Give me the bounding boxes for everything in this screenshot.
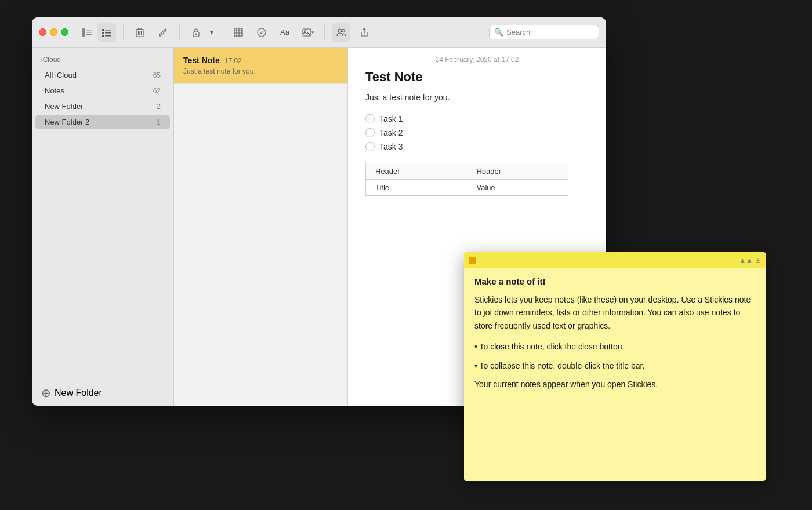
new-folder-label: New Folder bbox=[55, 388, 102, 398]
sidebar-item-count: 1 bbox=[157, 118, 161, 126]
table-cell-title: Title bbox=[366, 180, 467, 196]
stickies-bullet1: • To close this note, click the close bu… bbox=[474, 340, 755, 353]
svg-rect-0 bbox=[82, 28, 85, 37]
table-header-2: Header bbox=[467, 163, 568, 180]
svg-point-29 bbox=[342, 29, 345, 32]
svg-rect-12 bbox=[138, 28, 142, 30]
table-cell-value: Value bbox=[467, 180, 568, 196]
checklist-button[interactable] bbox=[252, 23, 271, 42]
collab-icon bbox=[336, 28, 346, 37]
task-label-1: Task 1 bbox=[379, 114, 403, 123]
note-item-title: Test Note bbox=[183, 56, 220, 65]
plus-icon: ⊕ bbox=[41, 387, 51, 399]
checklist-icon bbox=[257, 28, 266, 37]
svg-rect-9 bbox=[105, 35, 111, 37]
image-icon bbox=[302, 28, 311, 37]
lock-icon bbox=[192, 28, 200, 37]
sidebar-item-label: All iCloud bbox=[45, 71, 153, 79]
task-checkbox-3[interactable] bbox=[365, 142, 375, 151]
svg-point-25 bbox=[258, 28, 266, 37]
note-title: Test Note bbox=[365, 70, 589, 85]
note-body-text: Just a test note for you. bbox=[365, 92, 589, 104]
table-button[interactable] bbox=[229, 23, 248, 42]
svg-point-28 bbox=[338, 29, 342, 32]
trash-icon bbox=[136, 28, 144, 37]
delete-button[interactable] bbox=[130, 23, 149, 42]
stickies-bullet2: • To collapse this note, double-click th… bbox=[474, 359, 755, 372]
stickies-signal-icon: ▲▲ bbox=[739, 256, 753, 264]
separator-4 bbox=[324, 26, 325, 39]
svg-rect-4 bbox=[102, 29, 104, 31]
sidebar-item-count: 62 bbox=[153, 87, 161, 95]
svg-rect-6 bbox=[102, 32, 104, 34]
task-checkbox-1[interactable] bbox=[365, 114, 375, 123]
search-input[interactable] bbox=[506, 28, 594, 37]
stickies-heading: Make a note of it! bbox=[474, 276, 755, 286]
sidebar-toggle-button[interactable] bbox=[78, 23, 96, 42]
sidebar-item-label: New Folder 2 bbox=[45, 118, 157, 126]
svg-rect-5 bbox=[105, 30, 111, 31]
sidebar-item-count: 65 bbox=[153, 71, 161, 79]
task-item-1: Task 1 bbox=[365, 114, 589, 123]
compose-button[interactable] bbox=[154, 23, 172, 42]
search-bar[interactable]: 🔍 bbox=[489, 25, 599, 39]
lock-chevron: ▾ bbox=[210, 28, 213, 37]
svg-point-27 bbox=[304, 30, 306, 32]
image-chevron: ▾ bbox=[311, 30, 314, 35]
separator-2 bbox=[179, 26, 180, 39]
stickies-titlebar: ▲▲ ⊞ bbox=[464, 252, 766, 268]
collab-button[interactable] bbox=[332, 23, 350, 42]
toolbar-view-group bbox=[78, 23, 116, 42]
stickies-paragraph2: Your current notes appear when you open … bbox=[474, 378, 755, 391]
new-folder-footer[interactable]: ⊕ New Folder bbox=[32, 380, 173, 406]
table-header-1: Header bbox=[366, 163, 467, 180]
table-row: Title Value bbox=[366, 180, 568, 196]
svg-rect-2 bbox=[86, 32, 92, 33]
format-button[interactable]: Aa bbox=[276, 23, 294, 42]
table-header-row: Header Header bbox=[366, 163, 568, 180]
note-body: Test Note Just a test note for you. Task… bbox=[348, 70, 606, 213]
table-icon bbox=[234, 28, 243, 37]
note-list: Test Note 17:02 Just a test note for you… bbox=[174, 48, 348, 406]
stickies-window: ▲▲ ⊞ Make a note of it! Stickies lets yo… bbox=[464, 252, 766, 481]
share-icon bbox=[360, 28, 368, 37]
svg-point-17 bbox=[195, 33, 197, 35]
sidebar-item-count: 2 bbox=[157, 103, 161, 111]
list-view-icon bbox=[102, 28, 111, 37]
sidebar-item-new-folder[interactable]: New Folder 2 bbox=[35, 99, 170, 114]
sidebar: iCloud All iCloud 65 Notes 62 New Folder… bbox=[32, 48, 174, 406]
task-item-3: Task 3 bbox=[365, 142, 589, 151]
task-item-2: Task 2 bbox=[365, 128, 589, 137]
sticky-close-button[interactable] bbox=[469, 257, 476, 264]
stickies-paragraph1: Stickies lets you keep notes (like these… bbox=[474, 293, 755, 332]
search-icon: 🔍 bbox=[494, 28, 503, 37]
svg-rect-7 bbox=[105, 32, 111, 34]
note-item-preview: Just a test note for you. bbox=[183, 67, 338, 75]
svg-rect-1 bbox=[86, 30, 92, 31]
sidebar-item-new-folder-2[interactable]: New Folder 2 1 bbox=[35, 115, 170, 129]
separator-1 bbox=[123, 26, 124, 39]
sidebar-item-all-icloud[interactable]: All iCloud 65 bbox=[35, 68, 170, 82]
task-list: Task 1 Task 2 Task 3 bbox=[365, 114, 589, 151]
task-checkbox-2[interactable] bbox=[365, 128, 375, 137]
image-button[interactable]: ▾ bbox=[299, 23, 317, 42]
task-label-3: Task 3 bbox=[379, 142, 403, 151]
note-list-item[interactable]: Test Note 17:02 Just a test note for you… bbox=[174, 48, 347, 84]
svg-rect-8 bbox=[102, 35, 104, 37]
note-date: 24 February, 2020 at 17:02 bbox=[348, 48, 606, 70]
task-label-2: Task 2 bbox=[379, 128, 403, 137]
minimize-button[interactable] bbox=[50, 28, 57, 36]
sidebar-item-label: New Folder bbox=[45, 102, 157, 111]
compose-icon bbox=[158, 28, 168, 37]
note-table: Header Header Title Value bbox=[365, 163, 568, 196]
close-button[interactable] bbox=[39, 28, 46, 36]
note-item-time: 17:02 bbox=[224, 57, 242, 65]
list-view-button[interactable] bbox=[97, 23, 116, 42]
separator-3 bbox=[222, 26, 222, 39]
lock-button[interactable] bbox=[187, 23, 205, 42]
title-bar: ▾ Aa bbox=[32, 17, 606, 48]
share-button[interactable] bbox=[355, 23, 374, 42]
stickies-resize-icon: ⊞ bbox=[755, 256, 761, 264]
sidebar-item-notes[interactable]: Notes 62 bbox=[35, 83, 170, 98]
maximize-button[interactable] bbox=[61, 28, 68, 36]
